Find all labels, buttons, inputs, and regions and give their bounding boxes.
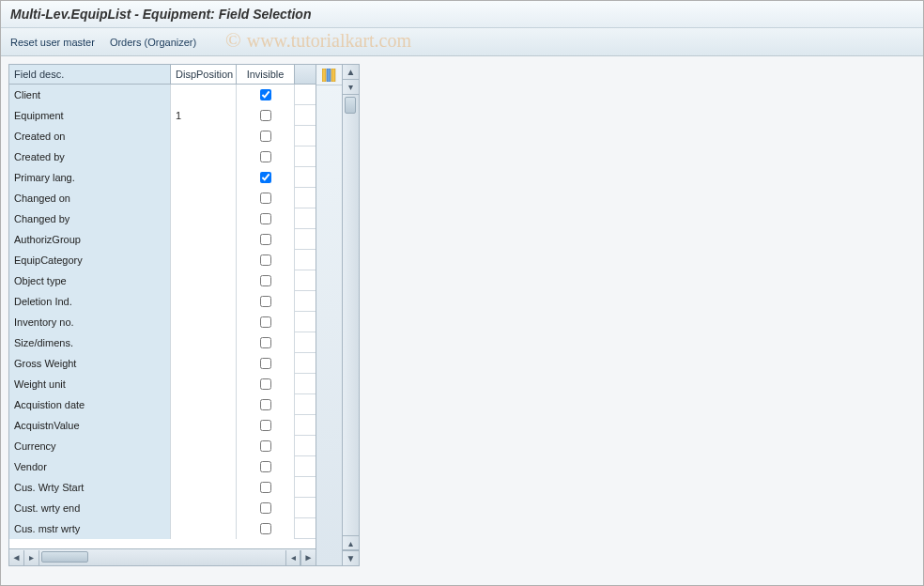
table-row[interactable]: Created on: [9, 126, 316, 146]
hscroll-thumb[interactable]: [41, 551, 88, 563]
disp-position-cell[interactable]: [171, 332, 237, 353]
vscroll-track[interactable]: [343, 95, 359, 535]
disp-position-cell[interactable]: 1: [171, 105, 237, 126]
disp-position-cell[interactable]: [171, 498, 237, 518]
disp-position-cell[interactable]: [171, 291, 237, 312]
invisible-cell: [237, 394, 295, 415]
app-window: Multi-Lev.EquipList - Equipment: Field S…: [0, 0, 924, 586]
disp-position-cell[interactable]: [171, 436, 237, 456]
table-row[interactable]: Gross Weight: [9, 353, 316, 374]
disp-position-cell[interactable]: [171, 518, 237, 539]
disp-position-cell[interactable]: [171, 126, 237, 146]
disp-position-cell[interactable]: [171, 394, 237, 415]
disp-position-cell[interactable]: [171, 353, 237, 374]
field-desc-cell: Weight unit: [9, 374, 171, 394]
orders-organizer-button[interactable]: Orders (Organizer): [110, 37, 196, 48]
field-desc-cell: Currency: [9, 436, 171, 456]
invisible-checkbox[interactable]: [260, 337, 271, 348]
disp-position-cell[interactable]: [171, 477, 237, 498]
invisible-checkbox[interactable]: [260, 110, 271, 121]
invisible-checkbox[interactable]: [260, 234, 271, 245]
column-header-field-desc[interactable]: Field desc.: [9, 65, 171, 84]
table-row[interactable]: Currency: [9, 436, 316, 456]
table-row[interactable]: Size/dimens.: [9, 332, 316, 353]
invisible-checkbox[interactable]: [260, 193, 271, 204]
invisible-checkbox[interactable]: [260, 213, 271, 224]
table-row[interactable]: Vendor: [9, 456, 316, 477]
invisible-cell: [237, 312, 295, 332]
horizontal-scrollbar[interactable]: ◄ ▸ ◂ ►: [9, 548, 316, 565]
disp-position-cell[interactable]: [171, 456, 237, 477]
field-desc-cell: Gross Weight: [9, 353, 171, 374]
table-row[interactable]: Changed on: [9, 188, 316, 208]
scroll-right-step-icon[interactable]: ◂: [285, 550, 300, 565]
invisible-checkbox[interactable]: [260, 399, 271, 410]
disp-position-cell[interactable]: [171, 146, 237, 167]
vscroll-thumb[interactable]: [345, 97, 356, 114]
invisible-checkbox[interactable]: [260, 296, 271, 307]
invisible-checkbox[interactable]: [260, 358, 271, 369]
invisible-checkbox[interactable]: [260, 131, 271, 142]
disp-position-cell[interactable]: [171, 415, 237, 436]
table-row[interactable]: Client: [9, 85, 316, 105]
disp-position-cell[interactable]: [171, 374, 237, 394]
table-row[interactable]: Cus. Wrty Start: [9, 477, 316, 498]
table-row[interactable]: Inventory no.: [9, 312, 316, 332]
scroll-up-icon[interactable]: ▲: [343, 65, 359, 80]
vertical-scrollbar[interactable]: ▲ ▾ ▴ ▼: [343, 64, 360, 566]
invisible-checkbox[interactable]: [260, 461, 271, 472]
disp-position-cell[interactable]: [171, 85, 237, 105]
scroll-left-icon[interactable]: ◄: [9, 550, 24, 565]
disp-position-cell[interactable]: [171, 250, 237, 270]
scroll-down-step-icon[interactable]: ▴: [343, 535, 359, 550]
disp-position-cell[interactable]: [171, 270, 237, 291]
table-row[interactable]: Weight unit: [9, 374, 316, 394]
table-row[interactable]: AuthorizGroup: [9, 229, 316, 250]
reset-user-master-button[interactable]: Reset user master: [10, 37, 95, 48]
table-row[interactable]: Cus. mstr wrty: [9, 518, 316, 539]
field-selection-grid: Field desc. DispPosition Invisible Clien…: [8, 64, 316, 566]
invisible-checkbox[interactable]: [260, 502, 271, 514]
table-row[interactable]: Cust. wrty end: [9, 498, 316, 518]
scroll-up-step-icon[interactable]: ▾: [343, 80, 359, 95]
field-desc-cell: Changed by: [9, 208, 171, 229]
columns-config-icon[interactable]: [316, 65, 342, 85]
hscroll-track[interactable]: [39, 549, 285, 565]
disp-position-cell[interactable]: [171, 312, 237, 332]
table-row[interactable]: Object type: [9, 270, 316, 291]
invisible-checkbox[interactable]: [260, 89, 271, 100]
scroll-right-icon[interactable]: ►: [300, 550, 316, 565]
table-row[interactable]: Deletion Ind.: [9, 291, 316, 312]
invisible-checkbox[interactable]: [260, 378, 271, 390]
invisible-checkbox[interactable]: [260, 482, 271, 493]
column-header-disp-position[interactable]: DispPosition: [171, 65, 237, 84]
table-row[interactable]: Acquistion date: [9, 394, 316, 415]
disp-position-cell[interactable]: [171, 229, 237, 250]
table-row[interactable]: Created by: [9, 146, 316, 167]
disp-position-cell[interactable]: [171, 188, 237, 208]
invisible-checkbox[interactable]: [260, 316, 271, 328]
invisible-cell: [237, 105, 295, 126]
invisible-checkbox[interactable]: [260, 254, 271, 266]
field-desc-cell: EquipCategory: [9, 250, 171, 270]
invisible-checkbox[interactable]: [260, 151, 271, 162]
field-desc-cell: Cus. Wrty Start: [9, 477, 171, 498]
invisible-checkbox[interactable]: [260, 440, 271, 452]
column-header-invisible[interactable]: Invisible: [237, 65, 295, 84]
table-row[interactable]: Changed by: [9, 208, 316, 229]
disp-position-cell[interactable]: [171, 167, 237, 188]
invisible-checkbox[interactable]: [260, 275, 271, 286]
scroll-down-icon[interactable]: ▼: [343, 550, 359, 565]
invisible-checkbox[interactable]: [260, 172, 271, 183]
invisible-cell: [237, 353, 295, 374]
table-row[interactable]: Equipment1: [9, 105, 316, 126]
disp-position-cell[interactable]: [171, 208, 237, 229]
field-desc-cell: Cust. wrty end: [9, 498, 171, 518]
table-row[interactable]: EquipCategory: [9, 250, 316, 270]
invisible-checkbox[interactable]: [260, 523, 271, 534]
invisible-checkbox[interactable]: [260, 420, 271, 431]
scroll-left-step-icon[interactable]: ▸: [24, 550, 39, 565]
table-row[interactable]: AcquistnValue: [9, 415, 316, 436]
table-row[interactable]: Primary lang.: [9, 167, 316, 188]
invisible-cell: [237, 456, 295, 477]
